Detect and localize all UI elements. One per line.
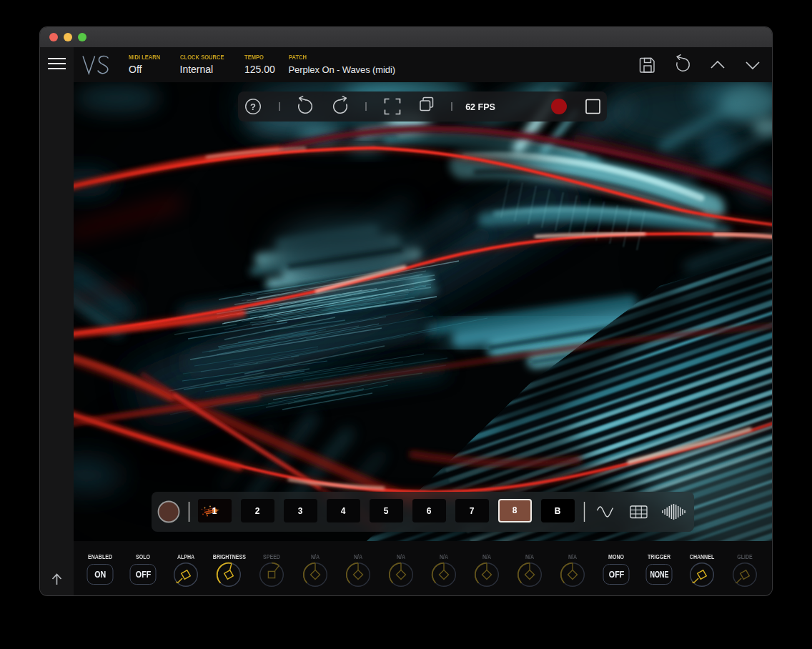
svg-text:?: ? <box>250 101 256 112</box>
svg-text:62 FPS: 62 FPS <box>465 102 495 112</box>
